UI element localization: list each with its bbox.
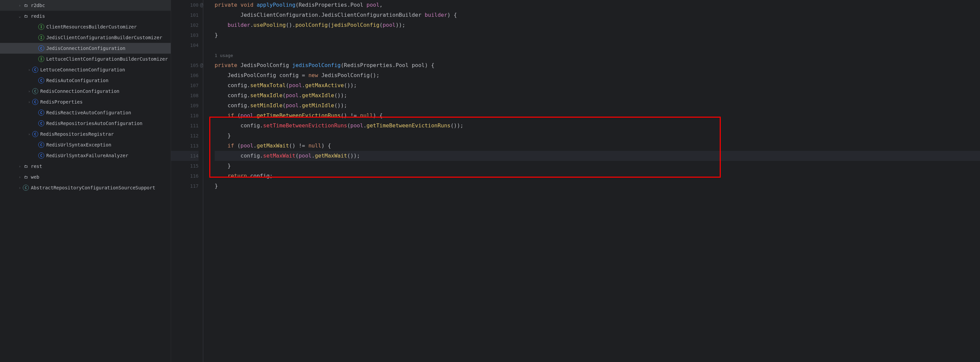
code-line: } bbox=[215, 131, 980, 141]
line-number[interactable]: 117 bbox=[171, 181, 199, 191]
folder-icon: 🗀 bbox=[23, 13, 29, 19]
tree-item[interactable]: CRedisRepositoriesAutoConfiguration bbox=[0, 118, 171, 129]
tree-item[interactable]: ›🗀rest bbox=[0, 161, 171, 171]
line-number[interactable]: 111 bbox=[171, 121, 199, 131]
chevron-down-icon[interactable]: ⌄ bbox=[17, 14, 23, 18]
chevron-right-icon[interactable]: › bbox=[26, 100, 32, 104]
line-number[interactable]: 104 bbox=[171, 40, 199, 50]
tree-item-label: RedisUrlSyntaxException bbox=[46, 142, 111, 148]
chevron-right-icon[interactable]: › bbox=[17, 3, 23, 8]
tree-item-label: JedisConnectionConfiguration bbox=[46, 46, 126, 51]
tree-item[interactable]: CJedisConnectionConfiguration bbox=[0, 43, 171, 54]
code-line: } bbox=[215, 181, 980, 191]
code-line: private void applyPooling(RedisPropertie… bbox=[215, 0, 980, 10]
code-line: JedisClientConfiguration.JedisClientConf… bbox=[215, 10, 980, 20]
folder-icon: 🗀 bbox=[23, 174, 29, 180]
line-number[interactable]: 102 bbox=[171, 20, 199, 30]
code-line: config.setMinIdle(pool.getMinIdle()); bbox=[215, 100, 980, 111]
tree-item-label: RedisRepositoriesRegistrar bbox=[40, 132, 114, 137]
class-icon: C bbox=[38, 78, 44, 83]
chevron-right-icon[interactable]: › bbox=[26, 68, 32, 72]
line-number[interactable]: 103 bbox=[171, 30, 199, 40]
folder-icon: 🗀 bbox=[23, 163, 29, 169]
tree-item-label: RedisProperties bbox=[40, 99, 83, 105]
tree-item-label: RedisAutoConfiguration bbox=[46, 78, 108, 83]
interface-icon: I bbox=[38, 24, 44, 30]
code-line: config.setMaxTotal(pool.getMaxActive()); bbox=[215, 81, 980, 90]
interface-icon: I bbox=[38, 56, 44, 62]
code-line: config.setMaxIdle(pool.getMaxIdle()); bbox=[215, 90, 980, 100]
tree-item[interactable]: ›CRedisConnectionConfiguration bbox=[0, 86, 171, 97]
tree-item[interactable]: ›CRedisProperties bbox=[0, 97, 171, 107]
tree-item[interactable]: IClientResourcesBuilderCustomizer bbox=[0, 21, 171, 32]
line-number[interactable]: 112 bbox=[171, 131, 199, 141]
code-line: } bbox=[215, 30, 980, 40]
tree-item[interactable]: ⌄🗀redis bbox=[0, 11, 171, 21]
tree-item-label: redis bbox=[31, 13, 45, 19]
tree-item[interactable]: ›CLettuceConnectionConfiguration bbox=[0, 64, 171, 75]
chevron-right-icon[interactable]: › bbox=[26, 132, 32, 137]
tree-item[interactable]: ›🗀web bbox=[0, 171, 171, 183]
class-icon: C bbox=[32, 88, 38, 94]
tree-item[interactable]: ILettuceClientConfigurationBuilderCustom… bbox=[0, 54, 171, 64]
tree-item-label: LettuceConnectionConfiguration bbox=[40, 67, 125, 72]
tree-item[interactable]: IJedisClientConfigurationBuilderCustomiz… bbox=[0, 32, 171, 43]
tree-item-label: AbstractRepositoryConfigurationSourceSup… bbox=[31, 185, 155, 191]
line-number[interactable]: 110 bbox=[171, 111, 199, 121]
code-line: config.setMaxWait(pool.getMaxWait()); bbox=[215, 151, 980, 161]
code-line: if (pool.getMaxWait() != null) { bbox=[215, 141, 980, 151]
line-number[interactable]: 115 bbox=[171, 161, 199, 171]
chevron-right-icon[interactable]: › bbox=[17, 175, 23, 179]
line-number[interactable]: 100@ bbox=[171, 0, 199, 10]
code-line: builder.usePooling().poolConfig(jedisPoo… bbox=[215, 20, 980, 30]
class-icon: C bbox=[38, 152, 44, 159]
code-line bbox=[215, 40, 980, 50]
tree-item-label: RedisReactiveAutoConfiguration bbox=[46, 110, 131, 115]
tree-item-label: rest bbox=[31, 164, 42, 169]
class-icon: C bbox=[38, 45, 44, 51]
line-number[interactable]: 116 bbox=[171, 171, 199, 181]
line-number[interactable]: 113 bbox=[171, 141, 199, 151]
chevron-right-icon[interactable]: › bbox=[17, 186, 23, 190]
line-number[interactable]: 114 bbox=[171, 151, 199, 161]
tree-item[interactable]: ›CRedisRepositoriesRegistrar bbox=[0, 129, 171, 140]
class-icon: C bbox=[38, 142, 44, 148]
tree-item[interactable]: CRedisReactiveAutoConfiguration bbox=[0, 107, 171, 118]
folder-icon: 🗀 bbox=[23, 2, 29, 8]
tree-item[interactable]: ›CAbstractRepositoryConfigurationSourceS… bbox=[0, 183, 171, 193]
project-tree[interactable]: ›🗀r2dbc⌄🗀redisIClientResourcesBuilderCus… bbox=[0, 0, 171, 362]
tree-item[interactable]: ›🗀r2dbc bbox=[0, 0, 171, 11]
class-icon: C bbox=[23, 185, 29, 191]
code-line: if (pool.getTimeBetweenEvictionRuns() !=… bbox=[215, 111, 980, 121]
line-number[interactable]: 105@ bbox=[171, 60, 199, 70]
tree-item[interactable]: CRedisUrlSyntaxException bbox=[0, 140, 171, 150]
line-number[interactable] bbox=[171, 50, 199, 60]
chevron-right-icon[interactable]: › bbox=[17, 164, 23, 168]
tree-item[interactable]: CRedisAutoConfiguration bbox=[0, 75, 171, 86]
tree-item-label: RedisRepositoriesAutoConfiguration bbox=[46, 121, 143, 126]
class-icon: C bbox=[38, 120, 44, 126]
line-number[interactable]: 108 bbox=[171, 90, 199, 100]
tree-item-label: JedisClientConfigurationBuilderCustomize… bbox=[46, 35, 162, 40]
class-icon: C bbox=[38, 110, 44, 116]
tree-item-label: LettuceClientConfigurationBuilderCustomi… bbox=[46, 56, 168, 62]
tree-item-label: ClientResourcesBuilderCustomizer bbox=[46, 24, 137, 30]
line-number[interactable]: 106 bbox=[171, 70, 199, 81]
usage-hint[interactable]: 1 usage bbox=[215, 50, 980, 60]
tree-item-label: RedisConnectionConfiguration bbox=[40, 89, 119, 94]
code-line: return config; bbox=[215, 171, 980, 181]
chevron-right-icon[interactable]: › bbox=[26, 89, 32, 94]
code-line: config.setTimeBetweenEvictionRuns(pool.g… bbox=[215, 121, 980, 131]
code-area[interactable]: private void applyPooling(RedisPropertie… bbox=[205, 0, 980, 362]
code-editor[interactable]: 100@101102103104105@10610710810911011111… bbox=[171, 0, 980, 362]
interface-icon: I bbox=[38, 35, 44, 41]
line-number[interactable]: 109 bbox=[171, 100, 199, 111]
tree-item[interactable]: CRedisUrlSyntaxFailureAnalyzer bbox=[0, 150, 171, 161]
line-number[interactable]: 107 bbox=[171, 81, 199, 90]
tree-item-label: r2dbc bbox=[31, 3, 45, 8]
line-number[interactable]: 101 bbox=[171, 10, 199, 20]
code-line: JedisPoolConfig config = new JedisPoolCo… bbox=[215, 70, 980, 81]
gutter-annotation-icon[interactable]: @ bbox=[200, 60, 203, 70]
line-gutter: 100@101102103104105@10610710810911011111… bbox=[171, 0, 205, 362]
gutter-annotation-icon[interactable]: @ bbox=[200, 0, 203, 10]
